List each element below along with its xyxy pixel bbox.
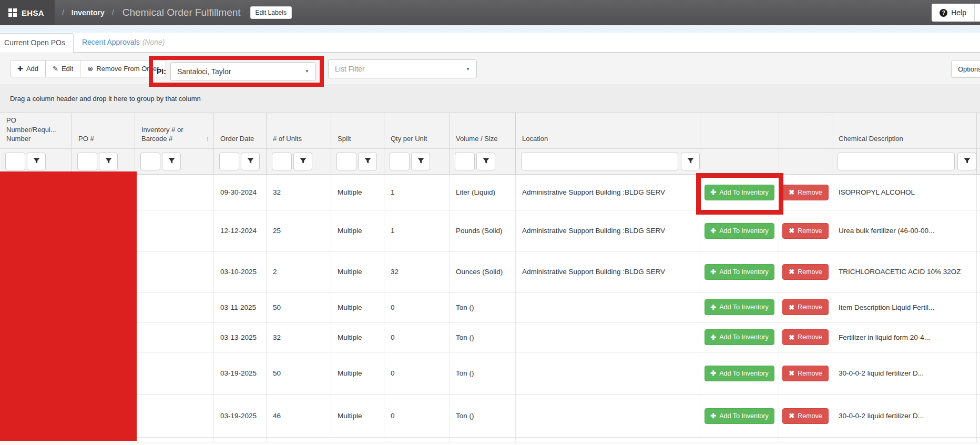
filter-menu-button-qty_per_unit[interactable] [411, 153, 430, 170]
options-button[interactable]: Options ▼ [951, 60, 980, 78]
filter-cell-split [331, 149, 384, 174]
cell-order_date: 03-13-2025 [214, 322, 267, 352]
cell-remove_action: ✖Remove [779, 175, 832, 210]
cell-chemical_description: 30-0-0-2 liquid fertilizer D... [832, 352, 977, 394]
cell-location [516, 292, 700, 322]
filter-menu-button-po_number[interactable] [99, 153, 118, 170]
x-icon: ✖ [789, 304, 794, 311]
cell-inventory_barcode [135, 352, 214, 394]
filter-menu-button-chemical_description[interactable] [957, 153, 976, 170]
column-header-inventory_barcode[interactable]: Inventory # or Barcode #↑ [135, 113, 214, 148]
column-header-order_date[interactable]: Order Date [214, 113, 267, 148]
filter-input-location[interactable] [521, 153, 678, 170]
remove-button[interactable]: ✖Remove [782, 223, 828, 239]
filter-input-po_number[interactable] [77, 153, 97, 170]
filter-input-qty_per_unit[interactable] [390, 153, 410, 170]
plus-icon: ✚ [710, 334, 716, 341]
column-header-split[interactable]: Split [331, 113, 384, 148]
filter-input-volume_size[interactable] [455, 153, 475, 170]
help-button[interactable]: ? Help [932, 4, 974, 22]
column-header-label: # of Units [273, 134, 302, 144]
column-header-volume_size[interactable]: Volume / Size [450, 113, 516, 148]
redaction-overlay [0, 171, 137, 441]
add-to-inventory-button[interactable]: ✚Add To Inventory [705, 366, 774, 381]
cell-order_date: 03-11-2025 [214, 292, 267, 322]
cell-volume_size: Ton () [450, 322, 516, 352]
question-mark-icon: ? [940, 9, 947, 17]
list-filter-dropdown[interactable]: List Filter ▼ [328, 59, 477, 78]
cell-order_date: 03-19-2025 [214, 395, 267, 437]
cell-remove_action: ✖Remove [779, 395, 832, 437]
cell-order_date: 03-19-2025 [214, 352, 267, 394]
cell-chemical_description: 30-0-0-2 liquid fertilizer D... [832, 395, 977, 437]
remove-label: Remove [798, 370, 822, 377]
app-logo[interactable]: EHSA [0, 0, 55, 25]
filter-cell-overflow_col [977, 149, 980, 174]
add-to-inventory-button[interactable]: ✚Add To Inventory [705, 329, 774, 345]
cell-add_action: ✚Add To Inventory [700, 322, 779, 352]
filter-input-num_units[interactable] [272, 153, 292, 170]
add-to-inventory-label: Add To Inventory [719, 370, 769, 377]
filter-input-chemical_description[interactable] [838, 153, 955, 170]
cell-volume_size: Liter (Liquid) [450, 175, 516, 210]
filter-menu-button-num_units[interactable] [293, 153, 312, 170]
column-header-qty_per_unit[interactable]: Qty per Unit [384, 113, 450, 148]
filter-input-order_date[interactable] [219, 153, 239, 170]
column-header-label: PO # [78, 134, 94, 144]
column-header-remove_action[interactable] [779, 113, 832, 148]
filter-menu-button-order_date[interactable] [241, 153, 260, 170]
edit-button[interactable]: ✎ Edit [45, 60, 80, 77]
column-header-label: Order Date [220, 134, 254, 144]
cell-add_action: ✚Add To Inventory [700, 210, 779, 251]
filter-input-split[interactable] [336, 153, 356, 170]
add-to-inventory-button[interactable]: ✚Add To Inventory [705, 223, 774, 239]
chemical-order-fulfillment-screen: EHSA / Inventory / Chemical Order Fulfil… [0, 0, 980, 445]
pi-selected-value: Santaloci, Taylor [177, 67, 231, 76]
column-header-po_req_number[interactable]: PO Number/Requi... Number [0, 113, 72, 148]
filter-menu-button-inventory_barcode[interactable] [162, 153, 181, 170]
column-header-chemical_description[interactable]: Chemical Description [832, 113, 977, 148]
pi-label: PI: [157, 67, 166, 76]
filter-input-po_req_number[interactable] [5, 153, 25, 170]
cell-chemical_description: Item Description Liquid Fertil... [832, 292, 977, 322]
plus-icon: ✚ [710, 227, 716, 234]
table-row: 03-19-202550Multiple0Ton ()✚Add To Inven… [0, 352, 980, 395]
tab-recent-approvals[interactable]: Recent Approvals(None) [74, 33, 173, 52]
breadcrumb-separator: / [112, 8, 114, 17]
remove-button[interactable]: ✖Remove [782, 329, 828, 345]
breadcrumb-inventory[interactable]: Inventory [72, 8, 105, 17]
filter-menu-button-po_req_number[interactable] [27, 153, 46, 170]
column-header-add_action[interactable] [700, 113, 779, 148]
remove-button[interactable]: ✖Remove [782, 185, 828, 200]
cell-overflow_col [977, 322, 980, 352]
column-header-overflow_col[interactable] [977, 113, 980, 148]
column-header-po_number[interactable]: PO # [72, 113, 135, 148]
cell-split: Multiple [331, 322, 384, 352]
add-to-inventory-button[interactable]: ✚Add To Inventory [705, 264, 774, 280]
add-to-inventory-button[interactable]: ✚Add To Inventory [705, 299, 774, 315]
filter-menu-button-volume_size[interactable] [476, 153, 495, 170]
cell-location: Administrative Support Building :BLDG SE… [516, 175, 700, 210]
filter-cell-volume_size [450, 149, 516, 174]
column-header-location[interactable]: Location [516, 113, 700, 148]
remove-button[interactable]: ✖Remove [782, 299, 828, 315]
group-by-drop-zone[interactable]: Drag a column header and drop it here to… [0, 84, 980, 113]
remove-button[interactable]: ✖Remove [782, 408, 828, 424]
tab-current-open-pos[interactable]: Current Open POs [0, 33, 74, 53]
column-header-label: Qty per Unit [391, 134, 427, 144]
edit-labels-button[interactable]: Edit Labels [250, 6, 292, 19]
add-button[interactable]: ✚ Add [10, 60, 46, 77]
remove-button[interactable]: ✖Remove [782, 264, 828, 280]
pi-dropdown[interactable]: Santaloci, Taylor ▼ [170, 62, 316, 81]
cell-split: Multiple [331, 251, 384, 292]
remove-button[interactable]: ✖Remove [782, 366, 828, 381]
add-to-inventory-button[interactable]: ✚Add To Inventory [705, 408, 774, 424]
filter-menu-button-split[interactable] [358, 153, 377, 170]
column-header-num_units[interactable]: # of Units [267, 113, 331, 148]
filter-menu-button-location[interactable] [681, 153, 700, 170]
cell-location [516, 352, 700, 394]
filter-input-inventory_barcode[interactable] [140, 153, 160, 170]
cell-qty_per_unit: 1 [384, 210, 450, 251]
horizontal-scrollbar-track[interactable] [0, 442, 980, 445]
remove-label: Remove [798, 189, 822, 196]
